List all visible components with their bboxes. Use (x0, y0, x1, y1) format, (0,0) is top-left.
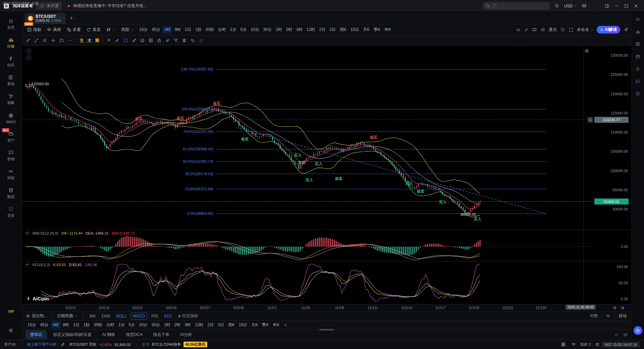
timeframe-6[interactable]: 30秒 (203, 26, 216, 34)
sidebar-item-auth[interactable]: 授权 (0, 165, 22, 184)
timeframe-17[interactable]: 3日 (327, 26, 338, 34)
collapse-bottom-button[interactable] (614, 332, 619, 337)
draw-listlines-button[interactable] (42, 38, 47, 43)
timeframe-10[interactable]: 10分 (249, 26, 261, 34)
timeframe-4[interactable]: 1日 (183, 26, 193, 34)
theme-button[interactable] (560, 27, 565, 32)
collapse-drawbar-button[interactable] (26, 48, 32, 54)
indicator-rsi[interactable]: RSI (149, 313, 160, 319)
timeframe-0[interactable]: 15分 (137, 26, 150, 34)
tf2-1[interactable]: 45分 (38, 321, 50, 329)
timeframe-14[interactable]: 3时 (294, 26, 305, 34)
price-chart[interactable]: 138.2%(126337.60)100.0%(115963.03)78.6%(… (22, 46, 631, 230)
timeframe-15[interactable]: 12时 (305, 26, 317, 34)
assets-button[interactable]: 资产(¥) (4, 342, 16, 347)
rightpanel-bubble-button[interactable] (635, 79, 640, 84)
tf2-10[interactable]: 10分 (137, 321, 149, 329)
tab-ai-analysis[interactable]: AI分析 (175, 330, 197, 339)
timeframe-13[interactable]: 2时 (284, 26, 294, 34)
draw-trash-button[interactable] (182, 38, 187, 43)
list-button[interactable] (540, 27, 545, 32)
search-input[interactable]: OKX BTC/USDT 永续 / (483, 2, 550, 10)
draw-smile-button[interactable] (140, 38, 145, 43)
toolbar-checksq-button[interactable]: 指标 (25, 26, 43, 34)
sidebar-item-more[interactable]: 更多 (0, 203, 22, 221)
layout-panels-button[interactable] (602, 3, 611, 8)
sidebar-item-flash[interactable]: 快讯 (0, 52, 22, 71)
timeframe-16[interactable]: 2日 (317, 26, 327, 34)
timeframe-12[interactable]: 1时 (274, 26, 284, 34)
timeframe-9[interactable]: 5分 (238, 26, 249, 34)
tf2-3[interactable]: 8时 (61, 321, 71, 329)
share-button[interactable] (624, 27, 629, 32)
draw-link-button[interactable] (165, 38, 170, 43)
draw-pen-button[interactable] (25, 38, 31, 43)
tf2-18[interactable]: 周K (226, 321, 237, 329)
comments-button[interactable] (532, 27, 537, 32)
scale-option-0[interactable]: 对数 (589, 313, 599, 319)
tf2-19[interactable]: 15日 (237, 321, 249, 329)
add-tab-button[interactable]: + (66, 15, 77, 21)
sidebar-item-news[interactable]: 要闻 (0, 71, 22, 90)
tf2-22[interactable]: 年K (271, 321, 281, 329)
toolbar-layers-button[interactable]: 高级 (45, 26, 63, 34)
tf2-5[interactable]: 1秒 (82, 321, 92, 329)
collapse-kdj-button[interactable] (25, 262, 30, 267)
tab-orders[interactable]: 委单区 (25, 330, 47, 339)
chip-dist-toggle[interactable]: 筹 (613, 306, 616, 310)
tf2-6[interactable]: 30秒 (92, 321, 104, 329)
tab-custom[interactable]: 自定义指标/回测/实盘 (48, 330, 96, 339)
tf2-20[interactable]: 月K (249, 321, 260, 329)
macd-panel[interactable]: 0.00 MACD(12,26,9) DIF:-1173.44 DEA:-146… (22, 230, 631, 261)
draw-cross-button[interactable] (51, 38, 56, 43)
sidebar-item-home[interactable]: 首页 (0, 15, 22, 34)
timeframe-1[interactable]: 45分 (150, 26, 162, 34)
panel-drag-handle[interactable] (319, 329, 334, 331)
indicator-community[interactable]: 社区指标 (176, 312, 200, 319)
indicator-kdj[interactable]: KDJ (162, 313, 174, 319)
timeframe-7[interactable]: 分时 (216, 26, 228, 34)
date-axis[interactable]: 10月1510月1810月2110月2410月2710月3011月211月511… (22, 304, 631, 311)
sidebar-item-vip[interactable]: VIP (0, 302, 22, 321)
draw-magnet-button[interactable] (106, 38, 111, 43)
sidebar-item-market[interactable]: 行情 (0, 34, 22, 52)
draw-text-button-0[interactable]: 主 (79, 38, 84, 44)
timeframe-2[interactable]: 4时 (162, 26, 173, 34)
tf2-0[interactable]: 15分 (25, 321, 38, 329)
tf2-13[interactable]: 2时 (172, 321, 183, 329)
tf2-17[interactable]: 3日 (216, 321, 226, 329)
ai-assistant-button[interactable] (634, 326, 642, 335)
draw-redo-button[interactable] (199, 38, 204, 43)
currency-select[interactable]: USD (564, 3, 577, 8)
chart-type-button[interactable] (104, 26, 118, 34)
rightpanel-grid-button[interactable] (635, 42, 640, 47)
rightpanel-flame-button[interactable] (635, 66, 640, 71)
timeframe-18[interactable]: 周K (338, 26, 348, 34)
tf2-11[interactable]: 30分 (150, 321, 162, 329)
sidebar-item-wallet[interactable]: 链上资产 (0, 128, 22, 146)
timeframe-11[interactable]: 30分 (261, 26, 274, 34)
tf2-7[interactable]: 分时 (104, 321, 116, 329)
tf2-2[interactable]: 4时 (51, 321, 61, 329)
draw-line-button[interactable] (34, 38, 39, 43)
edit-note-button[interactable] (59, 342, 67, 347)
tf2-21[interactable]: 季K (260, 321, 271, 329)
messages-button[interactable] (580, 3, 588, 8)
line-label[interactable]: 线路 3 : (580, 342, 593, 347)
close-button[interactable] (632, 3, 641, 8)
timeframe-8[interactable]: 1分 (228, 26, 238, 34)
locate-button[interactable]: 定位到... (25, 313, 47, 319)
draw-brush-button[interactable] (115, 38, 120, 43)
sidebar-item-strategy[interactable]: 策略 (0, 90, 22, 109)
tf2-9[interactable]: 5分 (127, 321, 137, 329)
indicator-macd[interactable]: MACD (131, 313, 147, 319)
rightpanel-calendar-button[interactable] (635, 54, 640, 59)
news-ticker[interactable]: 神渡区块链直播中: 牛市结束? 还是月线... (73, 3, 147, 9)
timeframe-20[interactable]: 月K (361, 26, 372, 34)
kdj-panel[interactable]: 100.0050.000.00 KDJ(9,3,3) K:63.53 D:52.… (22, 261, 631, 304)
draw-undo-button[interactable] (190, 38, 195, 43)
sidebar-item-chat[interactable]: 群聊 (0, 146, 22, 165)
collapse-panel-button[interactable] (26, 55, 32, 60)
indicator-ma[interactable]: MA (88, 313, 98, 319)
draw-text-button-2[interactable]: 筹 (95, 38, 99, 44)
